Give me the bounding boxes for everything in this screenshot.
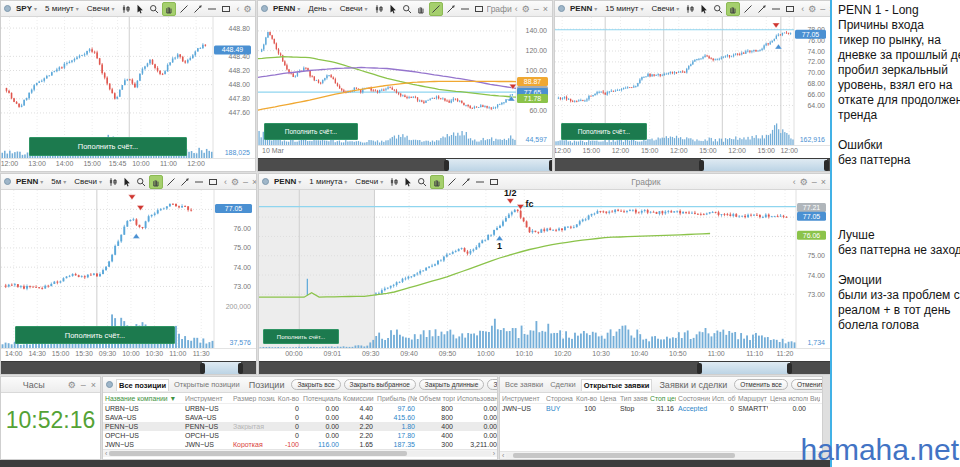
navigator-handle[interactable]: [787, 363, 792, 374]
tab-trades[interactable]: Сделки: [548, 379, 578, 390]
hand-icon[interactable]: [162, 2, 176, 16]
rect-icon[interactable]: [473, 3, 485, 15]
deposit-button[interactable]: Пополнить счёт...: [15, 326, 175, 344]
line-icon[interactable]: [165, 176, 177, 188]
cancel-selected-button[interactable]: Отменить выбранные: [791, 379, 822, 390]
navigator-handle[interactable]: [549, 160, 553, 171]
table-row[interactable]: JWN~USJWN~USКороткая-100116.001.65187.35…: [103, 440, 497, 449]
series-type-dropdown[interactable]: Свечи▾: [337, 3, 371, 15]
chart-plot-area[interactable]: 140.00120.00100.0060.0088.8779.6877.6571…: [258, 17, 552, 145]
series-type-dropdown[interactable]: Свечи▾: [648, 3, 682, 15]
line-icon[interactable]: [429, 2, 443, 16]
column-header[interactable]: Кол-во: [275, 395, 301, 402]
column-header[interactable]: Объем торгов: [417, 395, 455, 402]
column-header[interactable]: Состояние: [676, 395, 710, 402]
gear-icon[interactable]: ⚙: [807, 4, 817, 14]
column-header[interactable]: Размер позиции: [231, 395, 275, 402]
hline-icon[interactable]: [206, 3, 218, 15]
cursor-icon[interactable]: [134, 3, 146, 15]
hand-icon[interactable]: [415, 3, 427, 15]
line-icon[interactable]: [178, 3, 190, 15]
series-type-dropdown[interactable]: Свечи▾: [71, 176, 105, 188]
navigator-handle[interactable]: [200, 363, 205, 374]
symbol-dropdown[interactable]: SPY▾: [13, 3, 40, 15]
hand-icon[interactable]: [430, 175, 444, 189]
cancel-all-button[interactable]: Отменить все: [734, 379, 788, 390]
column-header[interactable]: Стоп цена ▲: [648, 395, 676, 402]
column-header[interactable]: Исп. объем: [710, 395, 736, 402]
chart-navigator[interactable]: [259, 361, 830, 375]
trend-icon[interactable]: [179, 176, 191, 188]
trend-icon[interactable]: [445, 3, 457, 15]
scroll-right-icon[interactable]: ›: [491, 451, 497, 457]
symbol-dropdown[interactable]: PENN▾: [567, 3, 600, 15]
chart-settings-icon[interactable]: [373, 3, 385, 15]
tab-open-positions[interactable]: Открытые позиции: [172, 379, 242, 390]
chart-navigator[interactable]: [258, 158, 552, 172]
close-longs-button[interactable]: Закрыть длинные: [419, 379, 485, 390]
minimize-icon[interactable]: –: [255, 4, 256, 14]
symbol-dropdown[interactable]: PENN▾: [13, 176, 46, 188]
panel-link-icon[interactable]: [262, 178, 269, 185]
period-dropdown[interactable]: День▾: [305, 3, 334, 15]
tab-all-orders[interactable]: Все заявки: [503, 379, 545, 390]
trend-icon[interactable]: [460, 176, 472, 188]
close-icon[interactable]: ×: [820, 177, 827, 187]
line-icon[interactable]: [446, 176, 458, 188]
gear-icon[interactable]: ⚙: [243, 4, 253, 14]
cursor-icon[interactable]: [402, 176, 414, 188]
column-header[interactable]: Инструмент: [183, 395, 231, 402]
gear-icon[interactable]: ⚙: [67, 380, 77, 390]
chart-navigator[interactable]: [1, 361, 256, 375]
deposit-button[interactable]: Пополнить счёт...: [263, 329, 339, 344]
deposit-button[interactable]: Пополнить счёт...: [29, 137, 187, 156]
series-type-dropdown[interactable]: Свечи▾: [84, 3, 118, 15]
chart-plot-area[interactable]: 75.0074.0073.0077.2177.0576.061/2fc11,73…: [259, 190, 830, 348]
cursor-icon[interactable]: [121, 176, 133, 188]
panel-link-icon[interactable]: [4, 178, 11, 185]
minimize-icon[interactable]: –: [242, 177, 249, 187]
chevron-left-icon[interactable]: ‹: [223, 177, 228, 187]
period-dropdown[interactable]: 5 минут▾: [42, 3, 82, 15]
period-dropdown[interactable]: 1 минута▾: [306, 176, 350, 188]
minimize-icon[interactable]: –: [533, 4, 540, 14]
chart-settings-icon[interactable]: [120, 3, 132, 15]
zoom-icon[interactable]: [148, 3, 160, 15]
column-header[interactable]: Прибыль (Net): [375, 395, 417, 402]
hand-icon[interactable]: [726, 2, 740, 16]
deposit-button[interactable]: Пополнить счёт...: [264, 123, 358, 140]
series-type-dropdown[interactable]: Свечи▾: [352, 176, 386, 188]
period-dropdown[interactable]: 5м▾: [48, 176, 69, 188]
chevron-left-icon[interactable]: ‹: [514, 4, 519, 14]
line-icon[interactable]: [742, 3, 754, 15]
orders-scrollbar[interactable]: ‹ ›: [500, 451, 822, 459]
panel-link-icon[interactable]: [4, 5, 11, 12]
column-header[interactable]: Цена исполнения: [768, 395, 808, 402]
minimize-icon[interactable]: –: [811, 177, 818, 187]
panel-link-icon[interactable]: [106, 381, 113, 388]
column-header[interactable]: Вид: [808, 395, 820, 402]
rect-icon[interactable]: [488, 176, 500, 188]
column-header[interactable]: Кол-во: [574, 395, 598, 402]
zoom-icon[interactable]: [712, 3, 724, 15]
chevron-left-icon[interactable]: ‹: [792, 177, 797, 187]
close-icon[interactable]: ×: [542, 4, 549, 14]
symbol-dropdown[interactable]: PENN▾: [271, 176, 304, 188]
navigator-handle[interactable]: [699, 160, 704, 171]
rect-icon[interactable]: [207, 176, 219, 188]
panel-link-icon[interactable]: [558, 5, 565, 12]
chart-navigator[interactable]: [555, 158, 830, 172]
hline-icon[interactable]: [770, 3, 782, 15]
gear-icon[interactable]: ⚙: [230, 177, 240, 187]
close-icon[interactable]: ×: [90, 380, 97, 390]
table-row[interactable]: URBN~USURBN~US00.004.4097.608000.00: [103, 404, 497, 413]
panel-link-icon[interactable]: [261, 5, 268, 12]
chart-plot-area[interactable]: 78.0076.0074.0072.0070.0068.0066.0064.00…: [555, 17, 830, 145]
gear-icon[interactable]: ⚙: [521, 4, 531, 14]
hline-icon[interactable]: [459, 3, 471, 15]
close-selected-button[interactable]: Закрыть выбранное: [344, 379, 416, 390]
trend-icon[interactable]: [192, 3, 204, 15]
minimize-icon[interactable]: –: [819, 4, 826, 14]
symbol-dropdown[interactable]: PENN▾: [270, 3, 303, 15]
column-header[interactable]: Маршрут: [736, 395, 768, 402]
